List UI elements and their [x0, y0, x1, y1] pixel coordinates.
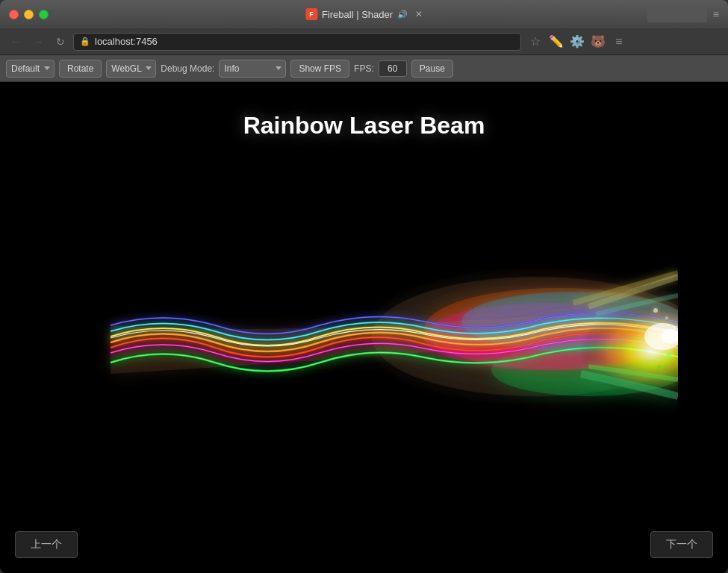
- svg-point-6: [653, 308, 658, 313]
- toolbar: Default Rotate WebGL Debug Mode: Info Ve…: [0, 55, 728, 82]
- back-button[interactable]: ←: [6, 34, 25, 50]
- title-bar: F Fireball | Shader 🔊 ✕ ≡: [0, 0, 728, 28]
- minimize-button[interactable]: [24, 10, 34, 19]
- bookmark-icon[interactable]: ☆: [527, 34, 544, 50]
- debug-mode-select[interactable]: Info Verbose Errors Only None: [219, 60, 286, 78]
- title-bar-right: ≡: [647, 6, 719, 22]
- default-select[interactable]: Default: [6, 60, 55, 78]
- menu-icon[interactable]: ≡: [611, 34, 627, 50]
- nav-bar: ← → ↻ 🔒 localhost:7456 ☆ ✏️ ⚙️ 🐻 ≡: [0, 28, 728, 55]
- lock-icon: 🔒: [80, 37, 90, 46]
- reload-button[interactable]: ↻: [51, 34, 70, 50]
- fps-value: 60: [379, 60, 407, 77]
- svg-point-7: [665, 316, 668, 319]
- forward-button[interactable]: →: [28, 34, 48, 50]
- canvas-area: Rainbow Laser Beam: [0, 82, 728, 573]
- tab-title: Fireball | Shader: [322, 9, 393, 20]
- tab-favicon: F: [305, 8, 317, 20]
- tab-area: F Fireball | Shader 🔊 ✕: [305, 8, 423, 20]
- bottom-nav: 上一个 下一个: [0, 531, 728, 558]
- prev-page-button[interactable]: 上一个: [15, 531, 78, 558]
- debug-mode-label: Debug Mode:: [161, 63, 214, 74]
- address-text: localhost:7456: [95, 36, 514, 47]
- traffic-lights: [9, 10, 49, 19]
- profile-icon[interactable]: 🐻: [590, 34, 606, 50]
- tab-audio-icon: 🔊: [397, 10, 408, 19]
- new-tab-area[interactable]: [647, 6, 707, 22]
- nav-icons-right: ☆ ✏️ ⚙️ 🐻 ≡: [527, 34, 627, 50]
- next-page-button[interactable]: 下一个: [650, 531, 713, 558]
- fps-label: FPS:: [354, 63, 374, 74]
- rotate-button[interactable]: Rotate: [59, 60, 102, 78]
- close-button[interactable]: [9, 10, 19, 19]
- settings-icon[interactable]: ⚙️: [569, 34, 585, 50]
- maximize-button[interactable]: [39, 10, 49, 19]
- shader-title: Rainbow Laser Beam: [243, 112, 485, 140]
- svg-point-10: [658, 365, 661, 368]
- svg-point-9: [667, 353, 671, 357]
- webgl-select[interactable]: WebGL: [106, 60, 156, 78]
- laser-visualization: [51, 247, 678, 426]
- show-fps-button[interactable]: Show FPS: [290, 60, 349, 78]
- address-bar[interactable]: 🔒 localhost:7456: [73, 33, 521, 51]
- pause-button[interactable]: Pause: [411, 60, 453, 78]
- laser-svg: [51, 247, 678, 426]
- extensions-icon[interactable]: ✏️: [548, 34, 564, 50]
- window-menu-icon[interactable]: ≡: [713, 8, 719, 20]
- tab-close-icon[interactable]: ✕: [415, 9, 423, 19]
- browser-window: F Fireball | Shader 🔊 ✕ ≡ ← → ↻ 🔒 localh…: [0, 0, 728, 573]
